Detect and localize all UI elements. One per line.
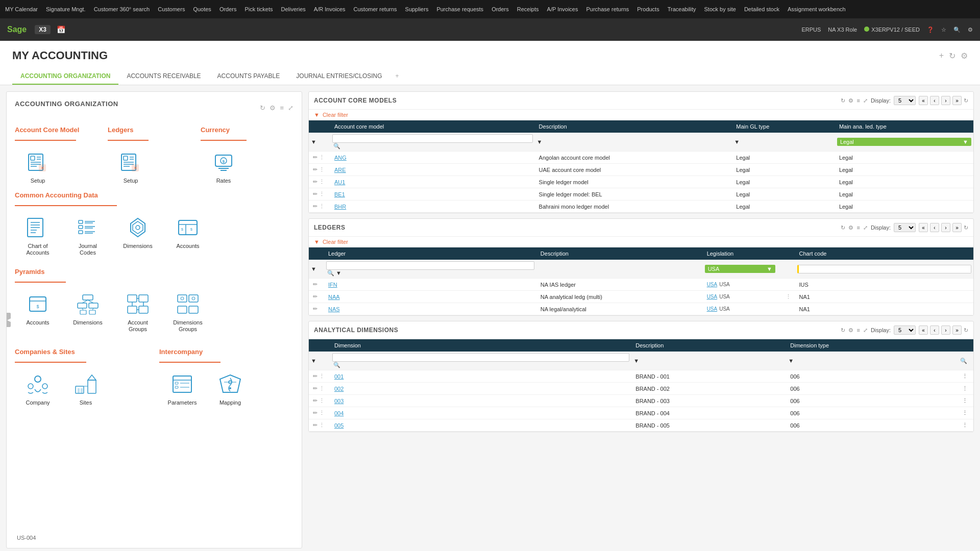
edit-icon[interactable]: ✏ bbox=[313, 281, 317, 287]
icon-dimensions[interactable]: Dimensions bbox=[115, 211, 161, 259]
ad-row3-link[interactable]: 003 bbox=[334, 398, 344, 404]
tab-accounts-receivable[interactable]: ACCOUNTS RECEIVABLE bbox=[118, 68, 209, 85]
acm-clear-filter[interactable]: Clear filter bbox=[323, 112, 348, 118]
menu-icon[interactable]: ⋮ bbox=[962, 373, 968, 379]
led-filter-ledger-input[interactable] bbox=[326, 261, 534, 270]
edit-icon[interactable]: ✏ bbox=[313, 293, 317, 299]
nav-pick-tickets[interactable]: Pick tickets bbox=[245, 6, 273, 12]
nav-signature-mngt[interactable]: Signature Mngt. bbox=[46, 6, 86, 12]
led-prev-page[interactable]: ‹ bbox=[930, 223, 939, 232]
panel-list-icon[interactable]: ≡ bbox=[280, 104, 284, 112]
nav-traceability[interactable]: Traceability bbox=[668, 6, 696, 12]
ad-last-page[interactable]: » bbox=[952, 325, 962, 335]
icon-company[interactable]: Company bbox=[15, 368, 61, 409]
x3-badge[interactable]: X3 bbox=[35, 25, 51, 34]
nav-detailed-stock[interactable]: Detailed stock bbox=[744, 6, 779, 12]
icon-account-groups[interactable]: AccountGroups bbox=[115, 288, 161, 336]
ad-filter-desc-icon[interactable]: ▼ bbox=[633, 358, 639, 364]
ad-list-icon[interactable]: ≡ bbox=[856, 327, 860, 333]
led-col-desc[interactable]: Description bbox=[536, 247, 703, 260]
acm-filter-model-input[interactable] bbox=[332, 134, 533, 143]
refresh-icon[interactable]: ↻ bbox=[949, 51, 955, 61]
icon-pyramids-dimensions[interactable]: Dimensions bbox=[65, 288, 111, 336]
menu-icon[interactable]: ⋮ bbox=[319, 422, 325, 428]
nav-my-calendar[interactable]: MY Calendar bbox=[5, 6, 38, 12]
menu-icon[interactable]: ⋮ bbox=[319, 191, 325, 197]
edit-icon[interactable]: ✏ bbox=[313, 422, 317, 428]
acm-reload-icon[interactable]: ↻ bbox=[964, 97, 968, 104]
edit-icon[interactable]: ✏ bbox=[313, 373, 317, 379]
ad-filter-dim-input[interactable] bbox=[332, 353, 629, 362]
acm-list-icon[interactable]: ≡ bbox=[856, 97, 860, 104]
nav-orders[interactable]: Orders bbox=[219, 6, 237, 12]
section-ledgers[interactable]: Ledgers bbox=[108, 126, 201, 134]
led-filter-bar[interactable]: ▼ Clear filter bbox=[309, 237, 973, 247]
edit-icon[interactable]: ✏ bbox=[313, 154, 317, 160]
acm-row4-link[interactable]: BE1 bbox=[334, 191, 345, 197]
acm-row5-link[interactable]: BHR bbox=[334, 204, 346, 210]
led-expand-icon[interactable]: ⤢ bbox=[863, 224, 868, 231]
panel-expand-icon[interactable]: ⤢ bbox=[288, 104, 293, 112]
acm-col-model[interactable]: Account core model bbox=[330, 120, 535, 133]
section-intercompany[interactable]: Intercompany bbox=[159, 348, 293, 356]
led-col-chart[interactable]: Chart code bbox=[795, 247, 973, 260]
nav-customer360[interactable]: Customer 360° search bbox=[94, 6, 150, 12]
led-col-legislation[interactable]: Legislation bbox=[703, 247, 795, 260]
led-row1-link[interactable]: IFN bbox=[328, 282, 337, 288]
ad-settings-icon[interactable]: ⚙ bbox=[848, 327, 853, 334]
led-row2-link[interactable]: NAA bbox=[328, 294, 340, 300]
ad-refresh-icon[interactable]: ↻ bbox=[841, 327, 845, 334]
acm-filter-ana-clear[interactable]: ▼ bbox=[963, 139, 968, 145]
icon-journal-codes[interactable]: JournalCodes bbox=[65, 211, 111, 259]
icon-dimensions-groups[interactable]: DimensionsGroups bbox=[165, 288, 211, 336]
settings-icon[interactable]: ⚙ bbox=[968, 27, 973, 33]
ad-col-desc[interactable]: Description bbox=[631, 339, 786, 352]
edit-icon[interactable]: ✏ bbox=[313, 166, 317, 172]
icon-sites[interactable]: Sites bbox=[63, 368, 109, 409]
led-row3-usa-link[interactable]: USA bbox=[707, 306, 718, 312]
led-refresh-icon[interactable]: ↻ bbox=[841, 224, 845, 231]
ad-first-page[interactable]: « bbox=[919, 325, 928, 335]
led-clear-filter[interactable]: Clear filter bbox=[323, 239, 348, 245]
menu-icon[interactable]: ⋮ bbox=[962, 385, 968, 391]
edit-icon[interactable]: ✏ bbox=[313, 410, 317, 416]
ad-row4-link[interactable]: 004 bbox=[334, 410, 344, 416]
edit-icon[interactable]: ✏ bbox=[313, 203, 317, 209]
nav-customer-returns[interactable]: Customer returns bbox=[354, 6, 397, 12]
menu-icon[interactable]: ⋮ bbox=[319, 166, 325, 172]
ad-expand-icon[interactable]: ⤢ bbox=[863, 327, 868, 334]
tab-add[interactable]: + bbox=[390, 68, 404, 85]
ad-filter-type-icon[interactable]: ▼ bbox=[788, 358, 794, 364]
nav-receipts[interactable]: Receipts bbox=[517, 6, 539, 12]
nav-ar-invoices[interactable]: A/R Invoices bbox=[314, 6, 346, 12]
edit-icon[interactable]: ✏ bbox=[313, 397, 317, 404]
nav-orders2[interactable]: Orders bbox=[492, 6, 509, 12]
led-reload-icon[interactable]: ↻ bbox=[964, 224, 968, 231]
role-label[interactable]: NA X3 Role bbox=[828, 27, 857, 33]
section-account-core-model[interactable]: Account Core Model bbox=[15, 126, 108, 134]
acm-display-count[interactable]: 51025 bbox=[894, 96, 916, 105]
acm-filter-gl-icon[interactable]: ▼ bbox=[734, 139, 740, 145]
led-filter-icon2[interactable]: ▼ bbox=[336, 270, 341, 276]
menu-icon[interactable]: ⋮ bbox=[319, 410, 325, 416]
ad-search-icon[interactable]: 🔍 bbox=[333, 362, 340, 368]
panel-refresh-icon[interactable]: ↻ bbox=[260, 104, 265, 112]
ad-filter-icon[interactable]: ▼ bbox=[311, 358, 316, 364]
section-common-accounting[interactable]: Common Accounting Data bbox=[15, 191, 293, 199]
acm-row2-link[interactable]: ARE bbox=[334, 167, 346, 173]
ad-col-type[interactable]: Dimension type bbox=[786, 339, 958, 352]
acm-col-gl[interactable]: Main GL type bbox=[732, 120, 835, 133]
ad-col-dim[interactable]: Dimension bbox=[330, 339, 631, 352]
led-settings-icon[interactable]: ⚙ bbox=[848, 224, 853, 231]
led-filter-chart-input[interactable] bbox=[797, 265, 971, 273]
led-row2-usa-link[interactable]: USA bbox=[707, 294, 718, 299]
led-last-page[interactable]: » bbox=[952, 223, 962, 232]
led-filter-icon-s[interactable]: ▼ bbox=[311, 266, 316, 272]
ad-row1-link[interactable]: 001 bbox=[334, 373, 344, 380]
icon-account-setup[interactable]: ✕ Setup bbox=[15, 146, 61, 187]
bookmark-icon[interactable]: ☆ bbox=[941, 27, 946, 33]
nav-ap-invoices[interactable]: A/P Invoices bbox=[547, 6, 578, 12]
acm-next-page[interactable]: › bbox=[941, 96, 950, 105]
icon-accounts[interactable]: $ $ Accounts bbox=[165, 211, 211, 259]
acm-row1-link[interactable]: ANG bbox=[334, 155, 347, 161]
